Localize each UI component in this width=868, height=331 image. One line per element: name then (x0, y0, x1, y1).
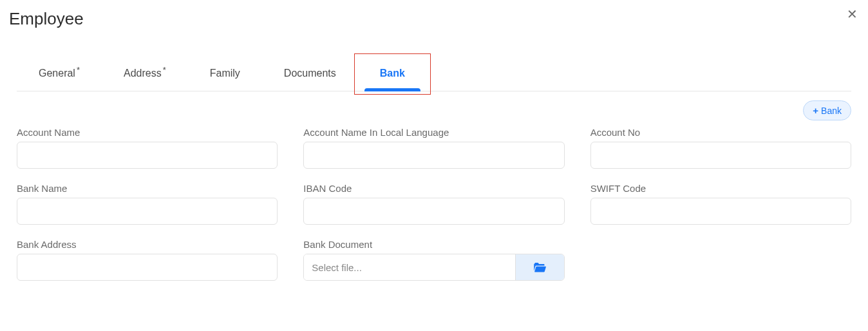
tab-address[interactable]: Address* (102, 53, 188, 91)
label-account-name: Account Name (17, 127, 278, 138)
field-account-no: Account No (590, 127, 851, 169)
close-button[interactable]: ✕ (847, 8, 858, 21)
folder-open-icon (533, 261, 546, 273)
input-iban-code[interactable] (303, 198, 564, 225)
field-bank-document: Bank Document (303, 239, 564, 281)
input-account-no[interactable] (590, 142, 851, 169)
field-iban-code: IBAN Code (303, 183, 564, 225)
page-title: Employee (0, 0, 868, 34)
label-bank-address: Bank Address (17, 239, 278, 250)
add-bank-label: Bank (821, 106, 842, 116)
label-bank-document: Bank Document (303, 239, 564, 250)
input-bank-name[interactable] (17, 198, 278, 225)
close-icon: ✕ (847, 7, 858, 21)
required-asterisk: * (163, 65, 166, 75)
label-account-name-local: Account Name In Local Language (303, 127, 564, 138)
input-swift-code[interactable] (590, 198, 851, 225)
plus-icon: + (813, 105, 818, 116)
label-bank-name: Bank Name (17, 183, 278, 194)
tab-label: Address (124, 68, 162, 79)
tab-general[interactable]: General* (17, 53, 102, 91)
bank-form: Account Name Account Name In Local Langu… (0, 120, 868, 298)
input-bank-address[interactable] (17, 254, 278, 281)
action-row: + Bank (0, 91, 868, 120)
browse-file-button[interactable] (515, 254, 564, 280)
field-swift-code: SWIFT Code (590, 183, 851, 225)
field-account-name-local: Account Name In Local Language (303, 127, 564, 169)
field-bank-name: Bank Name (17, 183, 278, 225)
required-asterisk: * (77, 65, 80, 75)
tab-family[interactable]: Family (188, 56, 262, 91)
file-input-wrap (303, 254, 564, 281)
tab-label: Bank (380, 68, 405, 79)
add-bank-button[interactable]: + Bank (803, 100, 851, 120)
label-swift-code: SWIFT Code (590, 183, 851, 194)
tabs-container: General* Address* Family Documents Bank (17, 53, 851, 91)
input-bank-document[interactable] (304, 254, 514, 280)
input-account-name[interactable] (17, 142, 278, 169)
tab-label: Documents (284, 68, 336, 79)
input-account-name-local[interactable] (303, 142, 564, 169)
field-bank-address: Bank Address (17, 239, 278, 281)
field-account-name: Account Name (17, 127, 278, 169)
tab-label: General (39, 68, 75, 79)
label-iban-code: IBAN Code (303, 183, 564, 194)
tab-bank[interactable]: Bank (358, 56, 427, 91)
label-account-no: Account No (590, 127, 851, 138)
tab-documents[interactable]: Documents (262, 56, 358, 91)
tab-label: Family (210, 68, 240, 79)
